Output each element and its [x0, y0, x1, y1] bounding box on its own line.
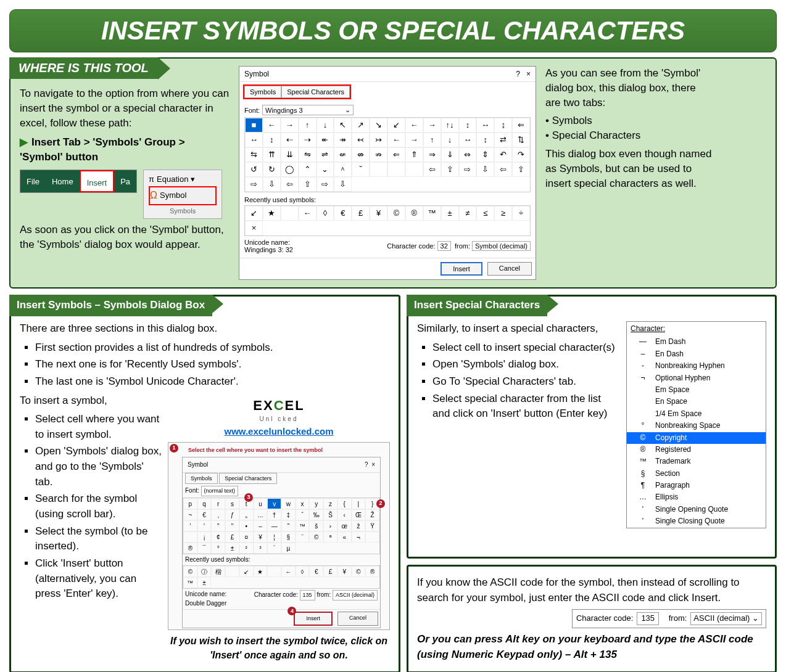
recent-symbol-cell[interactable]: ©: [387, 206, 405, 221]
recent-symbol-cell[interactable]: ©: [183, 566, 197, 577]
char-list-row[interactable]: ¶Paragraph: [627, 480, 766, 491]
symbol-cell[interactable]: ←: [387, 133, 405, 147]
recent-symbol-cell[interactable]: ≥: [494, 206, 512, 221]
symbol-cell[interactable]: y: [309, 498, 323, 509]
symbol-cell[interactable]: €: [197, 509, 212, 520]
recent-symbol-cell[interactable]: ←: [299, 206, 316, 221]
recent-symbol-cell[interactable]: ←: [281, 566, 296, 577]
recent-symbol-cell[interactable]: ±: [197, 577, 212, 588]
recent-symbol-cell[interactable]: ™: [183, 577, 197, 588]
symbol-cell[interactable]: ƒ: [225, 509, 239, 520]
char-list-row[interactable]: ¬Optional Hyphen: [627, 372, 766, 384]
recent-symbol-cell[interactable]: €: [334, 206, 352, 221]
symbol-cell[interactable]: [370, 162, 387, 177]
recent-symbol-cell[interactable]: ★: [263, 206, 281, 221]
recent-symbol-cell[interactable]: ¥: [337, 566, 352, 577]
recent-symbol-cell[interactable]: £: [352, 206, 370, 221]
symbol-cell[interactable]: ‚: [211, 509, 225, 520]
symbol-cell[interactable]: |: [352, 498, 366, 509]
symbol-cell[interactable]: →: [405, 133, 423, 147]
symbol-cell[interactable]: ⇩: [263, 177, 281, 192]
symbol-cell[interactable]: q: [197, 498, 212, 509]
symbol-cell[interactable]: ⇐: [387, 147, 405, 162]
symbol-cell[interactable]: ¤: [239, 531, 254, 543]
symbol-cell[interactable]: ‹: [337, 509, 352, 520]
symbol-cell[interactable]: ‰: [309, 509, 323, 520]
symbol-cell[interactable]: ˜: [281, 520, 296, 531]
recent-symbol-cell[interactable]: [281, 206, 299, 221]
symbol-cell[interactable]: ¥: [254, 531, 268, 543]
mini-cc-input[interactable]: 135: [300, 590, 315, 600]
symbol-cell[interactable]: ž: [352, 520, 366, 531]
symbol-cell[interactable]: ⇍: [334, 147, 352, 162]
recent-symbol-cell[interactable]: ★: [254, 566, 268, 577]
mini-font-dropdown[interactable]: (normal text): [201, 486, 239, 496]
charcode-input[interactable]: 32: [437, 241, 451, 251]
mini-recent-grid[interactable]: ©Ⓙ楷↙★←◊€£¥©®™±: [183, 565, 380, 589]
char-list-row[interactable]: §Section: [627, 468, 766, 480]
tab-symbols[interactable]: Symbols: [244, 86, 281, 98]
recent-symbol-cell[interactable]: ¥: [370, 206, 387, 221]
symbol-cell[interactable]: Œ: [352, 509, 366, 520]
symbol-cell[interactable]: ˇ: [352, 162, 370, 177]
mini-insert-button[interactable]: Insert4: [294, 612, 333, 626]
char-list-row[interactable]: Em Space: [627, 384, 766, 396]
mini-cancel-button[interactable]: Cancel: [337, 612, 378, 626]
recent-symbol-cell[interactable]: ◊: [296, 566, 310, 577]
symbol-cell[interactable]: ±: [225, 543, 239, 554]
tab-special-characters[interactable]: Special Characters: [281, 86, 350, 98]
symbol-cell[interactable]: ⇩: [476, 162, 494, 177]
symbol-cell[interactable]: s: [225, 498, 239, 509]
symbol-cell[interactable]: ■: [245, 118, 263, 133]
symbol-grid[interactable]: ■←→↑↓↖↗↘↙←→↑↓↕↔↨⇐↔↕⇠⇢↞↠↢↣←→↑↓↔↕⇄⇅⇆⇈⇊⇋⇌⇍⇎…: [244, 117, 531, 192]
symbol-cell[interactable]: ↑: [423, 133, 441, 147]
symbol-cell[interactable]: ⇩: [334, 177, 352, 192]
char-list-row[interactable]: °Nonbreaking Space: [627, 420, 766, 432]
char-list-row[interactable]: -Nonbreaking Hyphen: [627, 360, 766, 372]
symbol-cell[interactable]: ↷: [512, 147, 530, 162]
symbol-cell[interactable]: ²: [239, 543, 254, 554]
recent-symbol-cell[interactable]: €: [309, 566, 323, 577]
symbol-cell[interactable]: ↺: [245, 162, 263, 177]
symbol-cell[interactable]: ': [197, 520, 212, 531]
recent-symbol-cell[interactable]: Ⓙ: [197, 566, 212, 577]
mini-symbol-grid[interactable]: pqrstuvwxyz{|}~€‚ƒ„…†‡ˆ‰Š‹ŒŽ''""•–—˜™š›œ…: [183, 498, 380, 554]
char-list-row[interactable]: –En Dash: [627, 348, 766, 360]
symbol-cell[interactable]: £: [225, 531, 239, 543]
website-link[interactable]: www.excelunlocked.com: [224, 426, 333, 436]
symbol-cell[interactable]: ⇋: [299, 147, 316, 162]
recent-symbol-cell[interactable]: [225, 566, 239, 577]
char-list-row[interactable]: 'Single Opening Quote: [627, 504, 766, 515]
recent-symbol-cell[interactable]: 楷: [211, 566, 225, 577]
symbol-cell[interactable]: ↶: [494, 147, 512, 162]
symbol-cell[interactable]: ¡: [197, 531, 212, 543]
symbol-cell[interactable]: ›: [323, 520, 337, 531]
from-dropdown[interactable]: Symbol (decimal): [472, 241, 531, 251]
symbol-cell[interactable]: p: [183, 498, 197, 509]
symbol-cell[interactable]: •: [239, 520, 254, 531]
symbol-cell[interactable]: °: [211, 543, 225, 554]
symbol-cell[interactable]: [365, 531, 379, 543]
symbol-cell[interactable]: Š: [323, 509, 337, 520]
symbol-cell[interactable]: †: [267, 509, 281, 520]
symbol-cell[interactable]: ¢: [211, 531, 225, 543]
recent-symbol-cell[interactable]: ↙: [239, 566, 254, 577]
symbol-cell[interactable]: r: [211, 498, 225, 509]
symbol-cell[interactable]: ↻: [263, 162, 281, 177]
symbol-cell[interactable]: →: [423, 118, 441, 133]
symbol-cell[interactable]: ⇅: [512, 133, 530, 147]
recent-symbol-cell[interactable]: ®: [365, 566, 379, 577]
symbol-cell[interactable]: {: [337, 498, 352, 509]
recent-symbol-cell[interactable]: [267, 566, 281, 577]
char-list-row[interactable]: ®Registered: [627, 444, 766, 456]
symbol-cell[interactable]: ⇏: [370, 147, 387, 162]
recent-symbol-cell[interactable]: ©: [352, 566, 366, 577]
symbol-cell[interactable]: ": [225, 520, 239, 531]
symbol-cell[interactable]: ↔: [476, 118, 494, 133]
mini-tab-special[interactable]: Special Characters: [219, 473, 277, 484]
symbol-cell[interactable]: «: [337, 531, 352, 543]
mini-tab-symbols[interactable]: Symbols: [185, 473, 218, 484]
symbol-cell[interactable]: ´: [267, 543, 281, 554]
help-icon[interactable]: ?: [516, 70, 520, 78]
symbol-cell[interactable]: ⇓: [441, 147, 459, 162]
